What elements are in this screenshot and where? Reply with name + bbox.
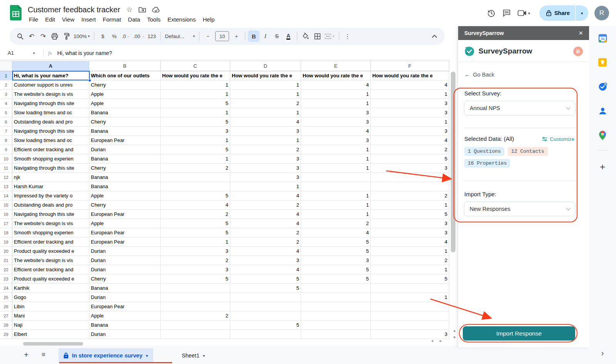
cell-D9[interactable]: 2	[230, 145, 301, 154]
cell-F2[interactable]: 4	[371, 80, 449, 90]
column-header-B[interactable]: B	[89, 61, 161, 71]
row-number-14[interactable]: 14	[0, 191, 12, 200]
format-percent-button[interactable]: %	[109, 30, 120, 42]
cell-E17[interactable]: 2	[301, 219, 371, 228]
cell-C10[interactable]: 1	[161, 154, 230, 164]
column-header-C[interactable]: C	[161, 61, 230, 71]
cell-D20[interactable]: 4	[230, 247, 301, 256]
row-number-16[interactable]: 16	[0, 210, 12, 219]
cell-C21[interactable]: 2	[161, 256, 230, 265]
cell-C12[interactable]	[161, 173, 230, 182]
comments-icon[interactable]	[499, 5, 514, 21]
cell-B20[interactable]: Durian	[89, 247, 161, 256]
cell-A24[interactable]: Karthik	[12, 284, 89, 293]
cell-A19[interactable]: Efficient order tracking and	[12, 237, 89, 247]
menu-tools[interactable]: Tools	[144, 15, 164, 23]
cell-E13[interactable]	[301, 182, 371, 191]
share-button[interactable]: Share ▾	[539, 5, 588, 21]
cell-C27[interactable]: 2	[161, 311, 230, 321]
cell-C2[interactable]: 1	[161, 80, 230, 90]
cell-C29[interactable]	[161, 330, 230, 339]
row-number-12[interactable]: 12	[0, 173, 12, 182]
row-number-23[interactable]: 23	[0, 274, 12, 284]
cell-A5[interactable]: Slow loading times and oc	[12, 108, 89, 117]
cell-A8[interactable]: Slow loading times and oc	[12, 136, 89, 145]
cell-B9[interactable]: Durian	[89, 145, 161, 154]
cell-B4[interactable]: Apple	[89, 99, 161, 108]
cell-B24[interactable]: Banana	[89, 284, 161, 293]
contacts-icon[interactable]	[589, 107, 616, 115]
cell-B29[interactable]: Durian	[89, 330, 161, 339]
cell-B11[interactable]: Cherry	[89, 164, 161, 173]
cell-B16[interactable]: European Pear	[89, 210, 161, 219]
cell-E4[interactable]: 1	[301, 99, 371, 108]
close-icon[interactable]: ×	[579, 29, 583, 37]
cell-D16[interactable]: 4	[230, 210, 301, 219]
cell-A3[interactable]: The website's design is vis	[12, 90, 89, 99]
cell-B26[interactable]: European Pear	[89, 302, 161, 311]
get-addons-icon[interactable]: +	[589, 162, 616, 172]
cell-A21[interactable]: The website's design is vis	[12, 256, 89, 265]
cell-F14[interactable]: 2	[371, 191, 449, 200]
cell-B19[interactable]: European Pear	[89, 237, 161, 247]
cell-F24[interactable]	[371, 284, 449, 293]
cell-D15[interactable]: 2	[230, 200, 301, 210]
horizontal-scrollbar[interactable]	[23, 342, 83, 346]
video-call-icon[interactable]	[514, 5, 530, 21]
cell-E27[interactable]	[301, 311, 371, 321]
cell-F11[interactable]: 3	[371, 164, 449, 173]
collapse-toolbar-icon[interactable]	[429, 30, 440, 42]
cell-E5[interactable]: 3	[301, 108, 371, 117]
cell-E11[interactable]: 1	[301, 164, 371, 173]
cell-F27[interactable]	[371, 311, 449, 321]
cell-C1[interactable]: How would you rate the e	[161, 71, 230, 80]
menu-edit[interactable]: Edit	[42, 15, 59, 23]
bold-button[interactable]: B	[248, 30, 259, 42]
cell-C4[interactable]: 5	[161, 99, 230, 108]
cell-A2[interactable]: Customer support is unres	[12, 80, 89, 90]
cell-F22[interactable]: 1	[371, 265, 449, 274]
cell-A17[interactable]: The website's design is vis	[12, 219, 89, 228]
cell-E20[interactable]: 5	[301, 247, 371, 256]
cell-E23[interactable]: 5	[301, 274, 371, 284]
row-number-15[interactable]: 15	[0, 200, 12, 210]
cell-E21[interactable]: 3	[301, 256, 371, 265]
cell-D10[interactable]: 3	[230, 154, 301, 164]
tab-caret-icon[interactable]: ▾	[203, 354, 205, 358]
keep-icon[interactable]	[589, 58, 616, 67]
cell-D24[interactable]: 5	[230, 284, 301, 293]
cell-A7[interactable]: Navigating through this site	[12, 127, 89, 136]
cell-A18[interactable]: Smooth shopping experien	[12, 228, 89, 237]
cell-F7[interactable]: 3	[371, 127, 449, 136]
row-number-20[interactable]: 20	[0, 247, 12, 256]
move-folder-icon[interactable]	[139, 7, 146, 13]
account-badge[interactable]: B	[573, 47, 583, 56]
cell-A20[interactable]: Product quality exceeded e	[12, 247, 89, 256]
cell-B13[interactable]: Banana	[89, 182, 161, 191]
cell-D19[interactable]: 2	[230, 237, 301, 247]
font-size-input[interactable]: 10	[215, 31, 229, 41]
cell-F13[interactable]	[371, 182, 449, 191]
document-title[interactable]: Customer feedback tracker	[28, 5, 120, 14]
cell-E7[interactable]: 4	[301, 127, 371, 136]
cell-E14[interactable]: 1	[301, 191, 371, 200]
cell-B22[interactable]: Durian	[89, 265, 161, 274]
cell-F17[interactable]: 3	[371, 219, 449, 228]
all-sheets-button[interactable]: ≡	[38, 349, 49, 360]
cell-A29[interactable]: Elbert	[12, 330, 89, 339]
cell-C3[interactable]: 1	[161, 90, 230, 99]
cell-E2[interactable]: 4	[301, 80, 371, 90]
row-number-29[interactable]: 29	[0, 330, 12, 339]
cell-A12[interactable]: njk	[12, 173, 89, 182]
cell-F25[interactable]: 1	[371, 293, 449, 302]
row-number-3[interactable]: 3	[0, 90, 12, 99]
cell-F1[interactable]: How would you rate the e	[371, 71, 449, 80]
sheets-logo-icon[interactable]	[10, 5, 22, 21]
cell-C16[interactable]: 2	[161, 210, 230, 219]
row-number-6[interactable]: 6	[0, 117, 12, 127]
version-history-icon[interactable]	[484, 5, 499, 21]
cell-C24[interactable]	[161, 284, 230, 293]
cell-C17[interactable]: 5	[161, 219, 230, 228]
cell-F3[interactable]: 1	[371, 90, 449, 99]
cell-C7[interactable]: 3	[161, 127, 230, 136]
